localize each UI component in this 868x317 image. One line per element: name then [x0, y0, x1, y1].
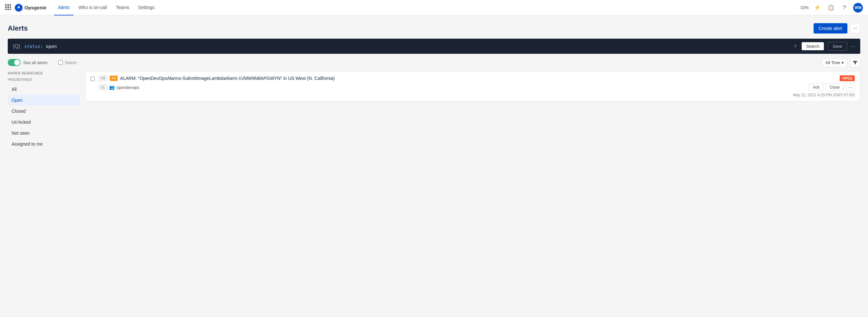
nav-help-btn[interactable]: ?	[840, 3, 849, 12]
ack-button[interactable]: Ack	[809, 83, 824, 91]
grid-icon[interactable]	[5, 4, 11, 11]
see-all-alerts-toggle[interactable]	[8, 59, 21, 66]
saved-searches-title: Saved searches	[8, 71, 80, 75]
alert-number: #9	[98, 76, 107, 81]
nav-who-is-on-call[interactable]: Who is on-call	[75, 0, 111, 16]
priority-badge: P3	[110, 76, 117, 81]
select-all-checkbox[interactable]	[58, 60, 63, 65]
page-title: Alerts	[8, 24, 28, 32]
main-container: Alerts Create alert ··· {Q} status: open…	[0, 16, 868, 150]
alert-timestamp: May 21, 2021 4:29 PM (GMT-07:00)	[98, 93, 855, 97]
search-help-icon[interactable]: ?	[794, 44, 797, 49]
nav-lightning-btn[interactable]: ⚡	[813, 3, 822, 12]
close-button[interactable]: Close	[826, 83, 844, 91]
query-value: open	[46, 44, 57, 49]
select-label: Select	[65, 60, 76, 65]
toggle-label: See all alerts	[23, 60, 47, 65]
search-query-icon: {Q}	[13, 44, 20, 49]
nav-right: 33% ⚡ 📋 ? WM	[800, 3, 863, 12]
svg-rect-8	[10, 9, 11, 10]
search-bar: {Q} status: open ? Search Save ···	[8, 39, 860, 54]
search-query-text[interactable]: status: open	[24, 44, 790, 49]
nav-note-btn[interactable]: 📋	[826, 3, 836, 12]
svg-rect-2	[10, 4, 11, 6]
nav-alerts[interactable]: Alerts	[54, 0, 73, 16]
save-button[interactable]: Save	[828, 42, 847, 51]
top-nav: Opsgenie Alerts Who is on-call Teams Set…	[0, 0, 868, 16]
alerts-header: Alerts Create alert ···	[8, 23, 860, 33]
content-area: Saved searches PREDEFINED All Open Close…	[8, 71, 860, 150]
search-more-icon[interactable]: ···	[851, 44, 855, 49]
toolbar-left: See all alerts Select	[8, 59, 76, 66]
sidebar-item-all[interactable]: All	[8, 84, 80, 94]
time-filter-chevron: ▾	[842, 60, 844, 65]
toolbar-right: All Time ▾	[822, 58, 860, 67]
sidebar-item-not-seen[interactable]: Not seen	[8, 128, 80, 138]
filter-settings-button[interactable]	[850, 58, 860, 67]
search-button[interactable]: Search	[802, 42, 824, 50]
alert-bottom-row: x1 👥 opendevops Ack Close ···	[98, 83, 855, 91]
header-actions: Create alert ···	[814, 23, 860, 33]
avatar[interactable]: WM	[853, 3, 863, 12]
team-name[interactable]: opendevops	[117, 85, 140, 90]
team-icon: 👥	[109, 85, 115, 90]
count-badge: x1	[98, 84, 107, 90]
svg-rect-3	[5, 6, 7, 8]
nav-teams[interactable]: Teams	[112, 0, 133, 16]
table-row: #9 P3 ALARM: "OpenDevOpsAlarms-SubmitIma…	[85, 71, 860, 102]
alert-more-button[interactable]: ···	[846, 83, 855, 91]
sidebar-item-assigned-to-me[interactable]: Assigned to me	[8, 139, 80, 149]
logo[interactable]: Opsgenie	[15, 4, 46, 11]
header-more-button[interactable]: ···	[850, 23, 860, 33]
nav-items: Alerts Who is on-call Teams Settings	[54, 0, 800, 16]
toggle-knob	[14, 60, 20, 65]
nav-settings[interactable]: Settings	[134, 0, 158, 16]
predefined-subtitle: PREDEFINED	[8, 78, 80, 82]
alert-title[interactable]: ALARM: "OpenDevOpsAlarms-SubmitImageLamb…	[120, 76, 837, 81]
query-keyword: status:	[24, 44, 43, 49]
alert-list: #9 P3 ALARM: "OpenDevOpsAlarms-SubmitIma…	[85, 71, 860, 150]
svg-rect-5	[10, 6, 11, 8]
toggle-container[interactable]: See all alerts	[8, 59, 47, 66]
svg-rect-4	[7, 6, 9, 8]
toolbar-row: See all alerts Select All Time ▾	[8, 58, 860, 67]
select-row: Select	[58, 60, 76, 65]
sidebar: Saved searches PREDEFINED All Open Close…	[8, 71, 85, 150]
time-filter-dropdown[interactable]: All Time ▾	[822, 58, 847, 67]
sidebar-item-unacked[interactable]: Un'Acked	[8, 117, 80, 127]
sidebar-item-closed[interactable]: Closed	[8, 106, 80, 116]
sidebar-item-open[interactable]: Open	[8, 95, 80, 105]
nav-percent: 33%	[800, 5, 809, 10]
create-alert-button[interactable]: Create alert	[814, 23, 847, 33]
svg-rect-1	[7, 4, 9, 6]
status-badge: OPEN	[840, 76, 855, 81]
svg-rect-6	[5, 9, 7, 10]
alert-top-row: #9 P3 ALARM: "OpenDevOpsAlarms-SubmitIma…	[98, 76, 855, 81]
alert-actions: Ack Close ···	[809, 83, 855, 91]
alert-content: #9 P3 ALARM: "OpenDevOpsAlarms-SubmitIma…	[98, 76, 855, 97]
time-filter-label: All Time	[826, 60, 840, 65]
alert-checkbox[interactable]	[90, 77, 95, 81]
logo-text: Opsgenie	[25, 5, 46, 10]
svg-rect-7	[7, 9, 9, 10]
alert-meta: x1 👥 opendevops	[98, 84, 140, 90]
svg-rect-0	[5, 4, 7, 6]
